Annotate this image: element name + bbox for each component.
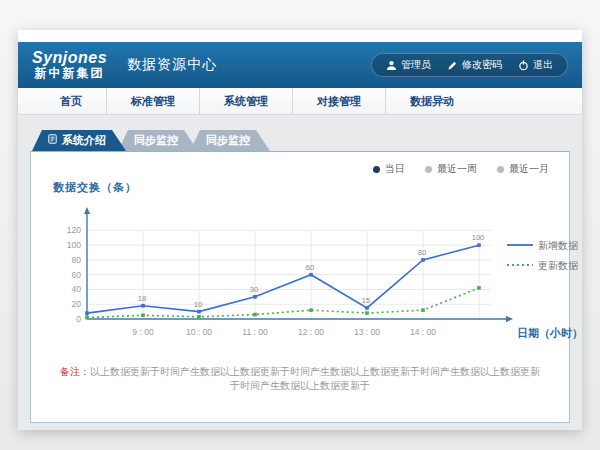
- tab-label: 同步监控: [134, 130, 178, 151]
- data-point: [365, 306, 369, 310]
- nav-item-system-mgmt[interactable]: 系统管理: [199, 88, 292, 114]
- tab-sync-monitor-1[interactable]: 同步监控: [118, 130, 198, 151]
- y-tick-label: 100: [67, 240, 81, 250]
- x-tick-label: 10 : 00: [186, 327, 212, 337]
- data-point: [141, 314, 145, 318]
- line-chart: 0204060801001209 : 0010 : 0011 : 0012 : …: [55, 197, 590, 347]
- point-label: 100: [472, 233, 485, 242]
- chart-panel: 当日 最近一周 最近一月 数据交换（条） 0204060801001209 : …: [30, 151, 570, 423]
- range-filter-today[interactable]: 当日: [373, 162, 405, 176]
- data-point: [197, 310, 201, 314]
- legend-label: 新增数据: [538, 240, 579, 251]
- change-password-label: 修改密码: [462, 58, 502, 72]
- tab-bar: 系统介绍 同步监控 同步监控: [30, 129, 570, 151]
- x-axis-title: 日期（小时）: [517, 327, 583, 340]
- footnote-prefix: 备注：: [60, 366, 90, 377]
- tab-label: 同步监控: [206, 130, 250, 151]
- nav-item-data-change[interactable]: 数据异动: [385, 88, 478, 114]
- y-axis-title: 数据交换（条）: [53, 180, 569, 195]
- x-tick-label: 13 : 00: [354, 327, 380, 337]
- logout-label: 退出: [533, 58, 553, 72]
- data-point: [477, 286, 481, 290]
- logo-company-name: 新中新集团: [35, 67, 105, 80]
- data-point: [477, 243, 481, 247]
- point-label: 10: [194, 300, 202, 309]
- y-tick-label: 60: [72, 270, 82, 280]
- series-line-1: [87, 288, 479, 318]
- logo-script-text: Synjones: [32, 50, 107, 67]
- y-tick-label: 20: [72, 299, 82, 309]
- point-label: 15: [362, 296, 370, 305]
- footnote-text: 以上数据更新于时间产生数据以上数据更新于时间产生数据以上数据更新于时间产生数据以…: [90, 366, 540, 391]
- tab-system-intro[interactable]: 系统介绍: [32, 130, 126, 151]
- app-header: Synjones 新中新集团 数据资源中心 管理员 修改密码 退出: [18, 42, 582, 88]
- range-filter-label: 当日: [385, 162, 405, 176]
- data-point: [85, 316, 89, 320]
- data-point: [365, 311, 369, 315]
- footnote: 备注：以上数据更新于时间产生数据以上数据更新于时间产生数据以上数据更新于时间产生…: [31, 365, 569, 393]
- power-icon: [518, 60, 529, 71]
- tab-label: 系统介绍: [62, 130, 106, 151]
- logout-button[interactable]: 退出: [518, 58, 553, 72]
- y-tick-label: 120: [67, 225, 81, 235]
- range-filter-last-week[interactable]: 最近一周: [425, 162, 477, 176]
- x-axis-arrow: [506, 316, 513, 322]
- y-tick-label: 80: [72, 255, 82, 265]
- y-tick-label: 40: [72, 284, 82, 294]
- data-point: [85, 311, 89, 315]
- user-toolbar: 管理员 修改密码 退出: [371, 53, 568, 77]
- data-point: [197, 315, 201, 319]
- range-filter-group: 当日 最近一周 最近一月: [373, 162, 549, 176]
- nav-item-standard-mgmt[interactable]: 标准管理: [106, 88, 199, 114]
- point-label: 18: [138, 294, 146, 303]
- data-point: [253, 295, 257, 299]
- range-filter-label: 最近一月: [509, 162, 549, 176]
- range-filter-label: 最近一周: [437, 162, 477, 176]
- nav-item-home[interactable]: 首页: [36, 88, 106, 114]
- user-icon: [386, 60, 397, 71]
- range-filter-last-month[interactable]: 最近一月: [497, 162, 549, 176]
- admin-user-button[interactable]: 管理员: [386, 58, 431, 72]
- x-tick-label: 12 : 00: [298, 327, 324, 337]
- data-point: [309, 273, 313, 277]
- radio-unselected-icon: [425, 166, 432, 173]
- y-axis-arrow: [84, 207, 90, 214]
- y-tick-label: 0: [76, 314, 81, 324]
- main-nav: 首页 标准管理 系统管理 对接管理 数据异动: [18, 88, 582, 115]
- x-tick-label: 14 : 00: [410, 327, 436, 337]
- brand-logo: Synjones 新中新集团: [32, 50, 107, 79]
- legend-label: 更新数据: [538, 260, 579, 271]
- page-title: 数据资源中心: [127, 56, 217, 74]
- tab-sync-monitor-2[interactable]: 同步监控: [190, 130, 270, 151]
- data-point: [141, 304, 145, 308]
- point-label: 80: [418, 248, 426, 257]
- point-label: 60: [306, 263, 314, 272]
- content-area: 系统介绍 同步监控 同步监控 当日 最近一周: [18, 115, 582, 430]
- radio-unselected-icon: [497, 166, 504, 173]
- change-password-button[interactable]: 修改密码: [447, 58, 502, 72]
- app-window: Synjones 新中新集团 数据资源中心 管理员 修改密码 退出 首页 标准管…: [18, 30, 582, 430]
- data-point: [421, 308, 425, 312]
- data-point: [421, 258, 425, 262]
- x-tick-label: 9 : 00: [132, 327, 154, 337]
- admin-user-label: 管理员: [401, 58, 431, 72]
- data-point: [253, 313, 257, 317]
- data-point: [309, 308, 313, 312]
- radio-selected-icon: [373, 166, 380, 173]
- point-label: 30: [250, 285, 258, 294]
- nav-item-interface-mgmt[interactable]: 对接管理: [292, 88, 385, 114]
- x-tick-label: 11 : 00: [242, 327, 268, 337]
- edit-icon: [447, 60, 458, 71]
- document-icon: [48, 130, 57, 151]
